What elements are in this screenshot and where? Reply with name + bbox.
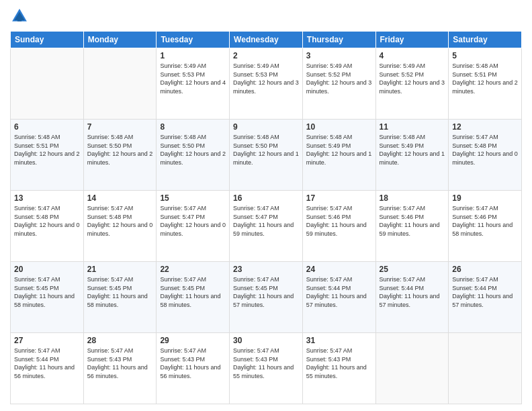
day-info: Sunrise: 5:48 AMSunset: 5:50 PMDaylight:…: [233, 133, 299, 167]
day-number: 16: [233, 193, 299, 203]
day-info: Sunrise: 5:47 AMSunset: 5:45 PMDaylight:…: [160, 275, 226, 309]
day-cell: 11Sunrise: 5:48 AMSunset: 5:49 PMDayligh…: [375, 120, 449, 191]
day-cell: 22Sunrise: 5:47 AMSunset: 5:45 PMDayligh…: [157, 262, 230, 333]
logo: [10, 7, 32, 26]
day-number: 24: [306, 265, 372, 274]
day-cell: 17Sunrise: 5:47 AMSunset: 5:46 PMDayligh…: [302, 191, 375, 262]
header-monday: Monday: [83, 32, 157, 48]
day-info: Sunrise: 5:49 AMSunset: 5:53 PMDaylight:…: [233, 62, 299, 95]
day-info: Sunrise: 5:49 AMSunset: 5:53 PMDaylight:…: [160, 62, 226, 95]
header-saturday: Saturday: [449, 32, 522, 48]
day-number: 5: [452, 51, 518, 60]
day-number: 22: [160, 265, 226, 274]
day-number: 14: [87, 193, 153, 203]
day-cell: 31Sunrise: 5:47 AMSunset: 5:43 PMDayligh…: [302, 333, 375, 404]
day-info: Sunrise: 5:47 AMSunset: 5:48 PMDaylight:…: [452, 133, 518, 167]
header-tuesday: Tuesday: [157, 32, 230, 48]
day-number: 7: [87, 122, 153, 132]
day-cell: [11, 48, 84, 120]
day-info: Sunrise: 5:47 AMSunset: 5:43 PMDaylight:…: [306, 347, 372, 380]
day-number: 18: [380, 193, 445, 203]
calendar-page: Sunday Monday Tuesday Wednesday Thursday…: [0, 0, 532, 411]
day-cell: 18Sunrise: 5:47 AMSunset: 5:46 PMDayligh…: [375, 191, 449, 262]
day-number: 15: [160, 193, 226, 203]
svg-rect-2: [17, 17, 21, 21]
day-info: Sunrise: 5:47 AMSunset: 5:45 PMDaylight:…: [14, 275, 80, 309]
logo-icon: [10, 7, 29, 26]
day-cell: 23Sunrise: 5:47 AMSunset: 5:45 PMDayligh…: [230, 262, 303, 333]
day-info: Sunrise: 5:47 AMSunset: 5:46 PMDaylight:…: [306, 204, 372, 238]
day-cell: 25Sunrise: 5:47 AMSunset: 5:44 PMDayligh…: [375, 262, 449, 333]
day-number: 30: [233, 336, 299, 345]
day-info: Sunrise: 5:48 AMSunset: 5:50 PMDaylight:…: [160, 133, 226, 167]
day-info: Sunrise: 5:47 AMSunset: 5:45 PMDaylight:…: [87, 275, 153, 309]
day-number: 17: [306, 193, 372, 203]
day-number: 12: [452, 122, 518, 132]
day-info: Sunrise: 5:47 AMSunset: 5:44 PMDaylight:…: [452, 275, 518, 309]
calendar-body: 1Sunrise: 5:49 AMSunset: 5:53 PMDaylight…: [11, 48, 522, 404]
day-number: 8: [160, 122, 226, 132]
day-number: 4: [380, 51, 445, 60]
day-cell: 24Sunrise: 5:47 AMSunset: 5:44 PMDayligh…: [302, 262, 375, 333]
day-number: 6: [14, 122, 80, 132]
day-number: 2: [233, 51, 299, 60]
week-row-5: 27Sunrise: 5:47 AMSunset: 5:44 PMDayligh…: [11, 333, 522, 404]
day-info: Sunrise: 5:47 AMSunset: 5:44 PMDaylight:…: [14, 347, 80, 380]
day-cell: 13Sunrise: 5:47 AMSunset: 5:48 PMDayligh…: [11, 191, 84, 262]
day-cell: 5Sunrise: 5:48 AMSunset: 5:51 PMDaylight…: [449, 48, 522, 120]
day-number: 26: [452, 265, 518, 274]
day-info: Sunrise: 5:48 AMSunset: 5:50 PMDaylight:…: [87, 133, 153, 167]
day-info: Sunrise: 5:47 AMSunset: 5:46 PMDaylight:…: [380, 204, 445, 238]
day-cell: 7Sunrise: 5:48 AMSunset: 5:50 PMDaylight…: [83, 120, 157, 191]
day-info: Sunrise: 5:47 AMSunset: 5:43 PMDaylight:…: [160, 347, 226, 380]
day-number: 31: [306, 336, 372, 345]
day-cell: 19Sunrise: 5:47 AMSunset: 5:46 PMDayligh…: [449, 191, 522, 262]
day-cell: 10Sunrise: 5:48 AMSunset: 5:49 PMDayligh…: [302, 120, 375, 191]
header-thursday: Thursday: [302, 32, 375, 48]
day-info: Sunrise: 5:49 AMSunset: 5:52 PMDaylight:…: [380, 62, 445, 95]
calendar-table: Sunday Monday Tuesday Wednesday Thursday…: [10, 31, 522, 404]
day-cell: 12Sunrise: 5:47 AMSunset: 5:48 PMDayligh…: [449, 120, 522, 191]
day-info: Sunrise: 5:47 AMSunset: 5:46 PMDaylight:…: [452, 204, 518, 238]
day-cell: [375, 333, 449, 404]
day-cell: 20Sunrise: 5:47 AMSunset: 5:45 PMDayligh…: [11, 262, 84, 333]
day-info: Sunrise: 5:47 AMSunset: 5:44 PMDaylight:…: [306, 275, 372, 309]
day-number: 20: [14, 265, 80, 274]
day-number: 29: [160, 336, 226, 345]
header-wednesday: Wednesday: [230, 32, 303, 48]
day-cell: 1Sunrise: 5:49 AMSunset: 5:53 PMDaylight…: [157, 48, 230, 120]
day-cell: 14Sunrise: 5:47 AMSunset: 5:48 PMDayligh…: [83, 191, 157, 262]
day-info: Sunrise: 5:48 AMSunset: 5:51 PMDaylight:…: [452, 62, 518, 95]
day-cell: 8Sunrise: 5:48 AMSunset: 5:50 PMDaylight…: [157, 120, 230, 191]
weekday-header-row: Sunday Monday Tuesday Wednesday Thursday…: [11, 32, 522, 48]
day-number: 21: [87, 265, 153, 274]
day-info: Sunrise: 5:47 AMSunset: 5:48 PMDaylight:…: [14, 204, 80, 238]
day-info: Sunrise: 5:48 AMSunset: 5:49 PMDaylight:…: [380, 133, 445, 167]
day-info: Sunrise: 5:47 AMSunset: 5:44 PMDaylight:…: [380, 275, 445, 309]
day-info: Sunrise: 5:49 AMSunset: 5:52 PMDaylight:…: [306, 62, 372, 95]
day-info: Sunrise: 5:47 AMSunset: 5:43 PMDaylight:…: [87, 347, 153, 380]
day-number: 25: [380, 265, 445, 274]
week-row-1: 1Sunrise: 5:49 AMSunset: 5:53 PMDaylight…: [11, 48, 522, 120]
day-cell: 2Sunrise: 5:49 AMSunset: 5:53 PMDaylight…: [230, 48, 303, 120]
header: [10, 7, 522, 26]
day-number: 23: [233, 265, 299, 274]
day-cell: 30Sunrise: 5:47 AMSunset: 5:43 PMDayligh…: [230, 333, 303, 404]
day-info: Sunrise: 5:47 AMSunset: 5:43 PMDaylight:…: [233, 347, 299, 380]
day-info: Sunrise: 5:47 AMSunset: 5:48 PMDaylight:…: [87, 204, 153, 238]
day-cell: 26Sunrise: 5:47 AMSunset: 5:44 PMDayligh…: [449, 262, 522, 333]
day-info: Sunrise: 5:47 AMSunset: 5:47 PMDaylight:…: [160, 204, 226, 238]
day-number: 19: [452, 193, 518, 203]
week-row-4: 20Sunrise: 5:47 AMSunset: 5:45 PMDayligh…: [11, 262, 522, 333]
day-number: 1: [160, 51, 226, 60]
day-cell: 3Sunrise: 5:49 AMSunset: 5:52 PMDaylight…: [302, 48, 375, 120]
day-number: 27: [14, 336, 80, 345]
header-friday: Friday: [375, 32, 449, 48]
day-number: 9: [233, 122, 299, 132]
week-row-2: 6Sunrise: 5:48 AMSunset: 5:51 PMDaylight…: [11, 120, 522, 191]
day-info: Sunrise: 5:48 AMSunset: 5:49 PMDaylight:…: [306, 133, 372, 167]
header-sunday: Sunday: [11, 32, 84, 48]
day-cell: 9Sunrise: 5:48 AMSunset: 5:50 PMDaylight…: [230, 120, 303, 191]
day-cell: 6Sunrise: 5:48 AMSunset: 5:51 PMDaylight…: [11, 120, 84, 191]
day-info: Sunrise: 5:48 AMSunset: 5:51 PMDaylight:…: [14, 133, 80, 167]
